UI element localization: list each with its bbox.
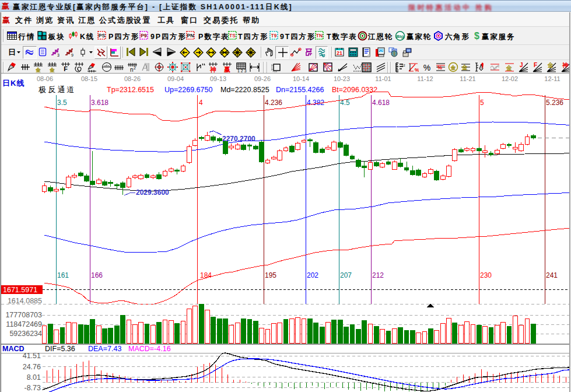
svg-text:241: 241	[546, 271, 558, 279]
svg-text:10-23: 10-23	[334, 75, 350, 82]
svg-text:5.236: 5.236	[546, 99, 563, 107]
svg-text:%: %	[415, 67, 419, 73]
svg-text:118472469: 118472469	[6, 320, 42, 328]
svg-text:1614.0885: 1614.0885	[8, 297, 42, 305]
svg-text:166: 166	[91, 271, 103, 279]
svg-text:Up=2269.6750: Up=2269.6750	[164, 86, 212, 94]
svg-text:3: 3	[57, 53, 59, 57]
svg-text:195: 195	[265, 271, 276, 279]
svg-text:Md=2220.8525: Md=2220.8525	[220, 86, 269, 94]
svg-text:极反通道: 极反通道	[38, 85, 76, 94]
svg-text:金: 金	[506, 65, 512, 71]
svg-text:12-02: 12-02	[502, 75, 518, 82]
svg-text:金: 金	[35, 67, 41, 73]
svg-text:金: 金	[450, 65, 457, 71]
svg-text:金: 金	[461, 64, 468, 71]
svg-text:MACD=-4.16: MACD=-4.16	[128, 345, 171, 353]
svg-text:TS: TS	[229, 33, 236, 38]
svg-text:J: J	[520, 62, 523, 68]
svg-text:2: 2	[134, 66, 136, 70]
svg-text:11-01: 11-01	[375, 75, 391, 82]
svg-text:$: $	[474, 31, 479, 40]
svg-text:230: 230	[480, 271, 492, 279]
svg-text:09-04: 09-04	[167, 75, 184, 82]
svg-text:9: 9	[71, 53, 73, 57]
svg-text:MACD: MACD	[2, 345, 24, 353]
svg-text:202: 202	[307, 271, 318, 279]
svg-text:Tp=2312.6515: Tp=2312.6515	[107, 86, 154, 94]
svg-text:神: 神	[562, 62, 568, 68]
svg-text:DEA=7.43: DEA=7.43	[88, 345, 121, 353]
svg-text:10-14: 10-14	[293, 75, 309, 82]
svg-text:1 2 3: 1 2 3	[237, 69, 247, 73]
svg-text:赢: 赢	[223, 66, 230, 73]
svg-text:11-21: 11-21	[460, 75, 475, 82]
svg-text:T9: T9	[271, 33, 277, 38]
svg-text:123: 123	[401, 64, 405, 67]
svg-text:21: 21	[337, 50, 342, 56]
svg-text:F: F	[534, 62, 537, 68]
svg-text:-8.73: -8.73	[24, 384, 41, 392]
svg-text:59236234: 59236234	[9, 330, 42, 338]
svg-text:3.5: 3.5	[57, 99, 67, 107]
svg-text:金: 金	[49, 67, 55, 73]
svg-text:4.618: 4.618	[372, 99, 390, 107]
svg-text:11-12: 11-12	[417, 75, 433, 82]
svg-text:神: 神	[209, 66, 216, 73]
svg-text:4: 4	[199, 99, 203, 107]
svg-text:3.618: 3.618	[91, 99, 108, 107]
svg-text:F: F	[64, 65, 68, 72]
svg-text:09-13: 09-13	[210, 75, 226, 82]
svg-text:09-26: 09-26	[254, 75, 271, 82]
svg-text:08-06: 08-06	[37, 75, 53, 82]
svg-text:TN: TN	[316, 33, 323, 38]
svg-text:212: 212	[372, 271, 384, 279]
svg-text:PS: PS	[98, 33, 105, 38]
svg-text:4.236: 4.236	[265, 99, 282, 107]
svg-text:177708703: 177708703	[5, 311, 42, 319]
svg-text:207: 207	[340, 271, 352, 279]
svg-text:日: 日	[8, 48, 16, 57]
svg-text:日K线: 日K线	[2, 79, 24, 88]
svg-text:P9: P9	[141, 33, 147, 38]
svg-text:8.01: 8.01	[27, 373, 41, 382]
svg-text:08-26: 08-26	[124, 75, 141, 82]
svg-text:Dn=2155.4266: Dn=2155.4266	[276, 86, 324, 94]
svg-text:%: %	[423, 63, 430, 72]
svg-text:41.51: 41.51	[23, 352, 41, 360]
svg-text:161: 161	[57, 271, 69, 279]
svg-text:金: 金	[547, 62, 554, 68]
svg-text:PN: PN	[187, 33, 194, 38]
svg-text:Big: Big	[397, 34, 404, 39]
svg-text:5: 5	[480, 99, 484, 107]
svg-text:08-15: 08-15	[81, 75, 97, 82]
svg-text:12-11: 12-11	[544, 75, 560, 82]
svg-text:1671.5971: 1671.5971	[3, 286, 37, 294]
svg-text:n: n	[130, 66, 134, 73]
svg-text:DIF=5.36: DIF=5.36	[45, 345, 75, 353]
svg-text:24.76: 24.76	[23, 363, 41, 371]
svg-text:2029.3600: 2029.3600	[136, 188, 169, 197]
